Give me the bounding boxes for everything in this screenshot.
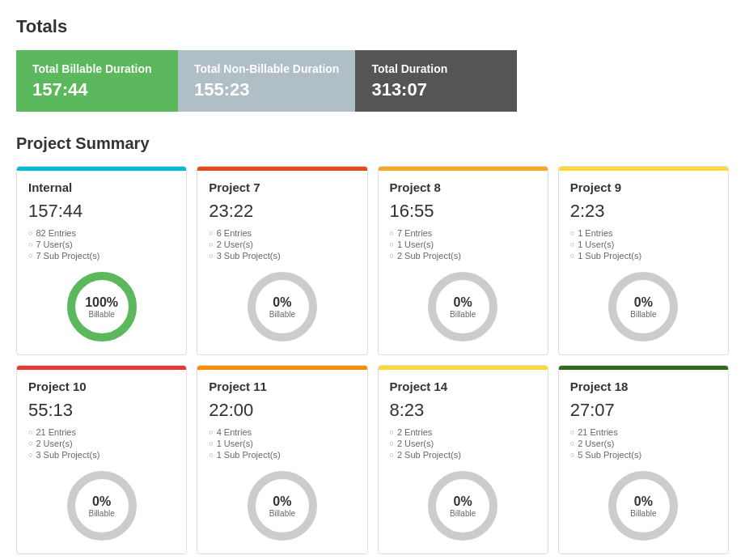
total-card-value: 313:07 [371, 79, 501, 100]
total-card-label: Total Billable Duration [32, 62, 162, 76]
project-subprojects: 3 Sub Project(s) [209, 251, 355, 261]
donut-center: 0% Billable [630, 295, 656, 319]
donut-container: 0% Billable [209, 469, 355, 542]
page-title: Totals [16, 16, 729, 37]
project-subprojects: 1 Sub Project(s) [570, 251, 717, 261]
project-subprojects: 2 Sub Project(s) [390, 450, 536, 460]
donut-label: Billable [630, 310, 656, 319]
project-duration: 22:00 [209, 400, 355, 421]
donut-wrap: 0% Billable [426, 270, 499, 343]
total-card-nonbillable: Total Non-Billable Duration 155:23 [178, 50, 355, 112]
donut-center: 0% Billable [89, 494, 115, 518]
donut-wrap: 100% Billable [66, 270, 138, 343]
donut-wrap: 0% Billable [246, 469, 319, 542]
donut-label: Billable [630, 509, 656, 518]
donut-pct: 0% [630, 295, 656, 310]
project-users: 1 User(s) [390, 240, 536, 249]
project-card-body: Project 14 8:23 2 Entries 2 User(s) 2 Su… [379, 370, 548, 554]
project-duration: 23:22 [209, 201, 355, 222]
project-users: 1 User(s) [209, 439, 355, 448]
project-summary-title: Project Summary [16, 134, 729, 153]
donut-label: Billable [89, 509, 115, 518]
donut-label: Billable [269, 509, 295, 518]
project-users: 1 User(s) [570, 240, 717, 249]
project-card-body: Project 18 27:07 21 Entries 2 User(s) 5 … [559, 370, 728, 554]
project-card-body: Project 10 55:13 21 Entries 2 User(s) 3 … [17, 370, 186, 554]
donut-center: 0% Billable [630, 494, 656, 518]
donut-pct: 0% [89, 494, 115, 509]
project-card: Project 14 8:23 2 Entries 2 User(s) 2 Su… [378, 365, 548, 554]
project-duration: 8:23 [390, 400, 536, 421]
project-entries: 7 Entries [390, 228, 536, 238]
project-name: Project 8 [390, 180, 536, 194]
project-meta: 21 Entries 2 User(s) 5 Sub Project(s) [570, 427, 717, 460]
total-card-total: Total Duration 313:07 [355, 50, 517, 112]
project-meta: 7 Entries 1 User(s) 2 Sub Project(s) [390, 228, 536, 261]
total-card-label: Total Non-Billable Duration [194, 62, 339, 76]
project-card: Project 9 2:23 1 Entries 1 User(s) 1 Sub… [558, 166, 729, 355]
project-meta: 6 Entries 2 User(s) 3 Sub Project(s) [209, 228, 355, 261]
project-card-body: Project 9 2:23 1 Entries 1 User(s) 1 Sub… [559, 171, 728, 354]
project-users: 2 User(s) [28, 439, 175, 448]
project-entries: 1 Entries [570, 228, 717, 238]
project-subprojects: 5 Sub Project(s) [570, 450, 717, 460]
donut-wrap: 0% Billable [607, 270, 679, 343]
project-duration: 157:44 [28, 201, 175, 222]
project-duration: 27:07 [570, 400, 717, 421]
project-entries: 21 Entries [28, 427, 175, 437]
project-subprojects: 7 Sub Project(s) [28, 251, 175, 261]
project-card-body: Internal 157:44 82 Entries 7 User(s) 7 S… [17, 171, 186, 354]
project-name: Project 9 [570, 180, 717, 194]
donut-pct: 0% [269, 494, 295, 509]
donut-container: 0% Billable [209, 270, 355, 343]
project-card-body: Project 8 16:55 7 Entries 1 User(s) 2 Su… [379, 171, 548, 354]
projects-grid: Internal 157:44 82 Entries 7 User(s) 7 S… [16, 166, 729, 554]
donut-label: Billable [450, 509, 476, 518]
project-entries: 2 Entries [390, 427, 536, 437]
donut-center: 0% Billable [450, 295, 476, 319]
donut-label: Billable [450, 310, 476, 319]
project-card: Project 18 27:07 21 Entries 2 User(s) 5 … [558, 365, 729, 554]
project-meta: 21 Entries 2 User(s) 3 Sub Project(s) [28, 427, 175, 460]
project-entries: 4 Entries [209, 427, 355, 437]
project-card: Project 8 16:55 7 Entries 1 User(s) 2 Su… [378, 166, 548, 355]
project-name: Project 18 [570, 380, 717, 393]
donut-center: 0% Billable [269, 494, 295, 518]
project-card-body: Project 7 23:22 6 Entries 2 User(s) 3 Su… [197, 171, 366, 354]
project-entries: 82 Entries [28, 228, 175, 238]
donut-pct: 100% [85, 295, 118, 310]
project-subprojects: 2 Sub Project(s) [390, 251, 536, 261]
project-meta: 82 Entries 7 User(s) 7 Sub Project(s) [28, 228, 175, 261]
donut-pct: 0% [450, 295, 476, 310]
project-duration: 55:13 [28, 400, 175, 421]
donut-container: 0% Billable [570, 469, 717, 542]
donut-container: 100% Billable [28, 270, 175, 343]
total-card-billable: Total Billable Duration 157:44 [16, 50, 178, 112]
project-name: Project 11 [209, 380, 355, 393]
donut-container: 0% Billable [28, 469, 175, 542]
project-meta: 1 Entries 1 User(s) 1 Sub Project(s) [570, 228, 717, 261]
project-users: 2 User(s) [570, 439, 717, 448]
donut-wrap: 0% Billable [607, 469, 679, 542]
project-subprojects: 1 Sub Project(s) [209, 450, 355, 460]
donut-pct: 0% [450, 494, 476, 509]
project-meta: 4 Entries 1 User(s) 1 Sub Project(s) [209, 427, 355, 460]
project-name: Internal [28, 180, 175, 194]
donut-label: Billable [269, 310, 295, 319]
donut-container: 0% Billable [390, 270, 536, 343]
total-card-value: 157:44 [32, 79, 162, 100]
project-card: Project 7 23:22 6 Entries 2 User(s) 3 Su… [197, 166, 367, 355]
project-name: Project 7 [209, 180, 355, 194]
project-card: Internal 157:44 82 Entries 7 User(s) 7 S… [16, 166, 187, 355]
donut-pct: 0% [630, 494, 656, 509]
project-entries: 21 Entries [570, 427, 717, 437]
donut-container: 0% Billable [390, 469, 536, 542]
donut-center: 100% Billable [85, 295, 118, 319]
donut-wrap: 0% Billable [426, 469, 499, 542]
project-name: Project 14 [390, 380, 536, 393]
project-entries: 6 Entries [209, 228, 355, 238]
project-duration: 2:23 [570, 201, 717, 222]
project-subprojects: 3 Sub Project(s) [28, 450, 175, 460]
donut-container: 0% Billable [570, 270, 717, 343]
project-card: Project 11 22:00 4 Entries 1 User(s) 1 S… [197, 365, 367, 554]
